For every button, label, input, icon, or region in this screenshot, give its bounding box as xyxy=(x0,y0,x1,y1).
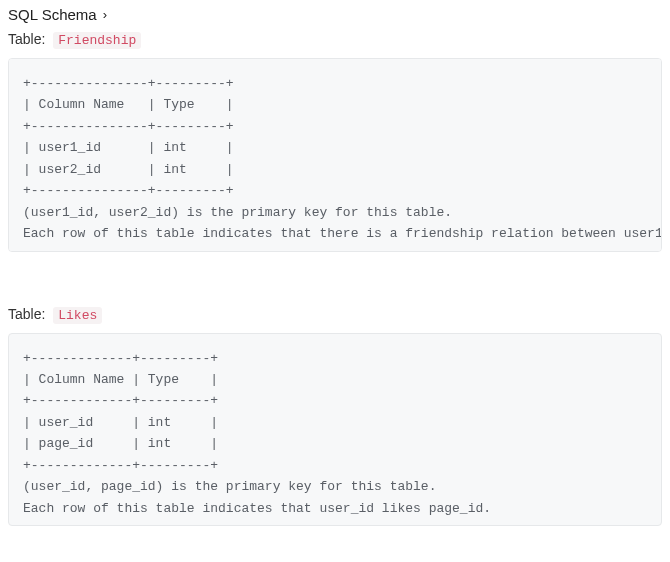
schema-header[interactable]: SQL Schema › xyxy=(8,6,662,23)
table-label-likes: Table: Likes xyxy=(8,306,662,323)
table-name-code: Friendship xyxy=(53,32,141,49)
schema-text: +---------------+---------+ | Column Nam… xyxy=(23,73,647,245)
schema-block-likes: +-------------+---------+ | Column Name … xyxy=(8,333,662,527)
table-label-friendship: Table: Friendship xyxy=(8,31,662,48)
schema-text: +-------------+---------+ | Column Name … xyxy=(23,348,647,520)
schema-block-friendship[interactable]: +---------------+---------+ | Column Nam… xyxy=(8,58,662,252)
table-name-code: Likes xyxy=(53,307,102,324)
table-prefix: Table: xyxy=(8,31,45,47)
schema-title: SQL Schema xyxy=(8,6,97,23)
table-prefix: Table: xyxy=(8,306,45,322)
chevron-right-icon: › xyxy=(103,7,107,22)
